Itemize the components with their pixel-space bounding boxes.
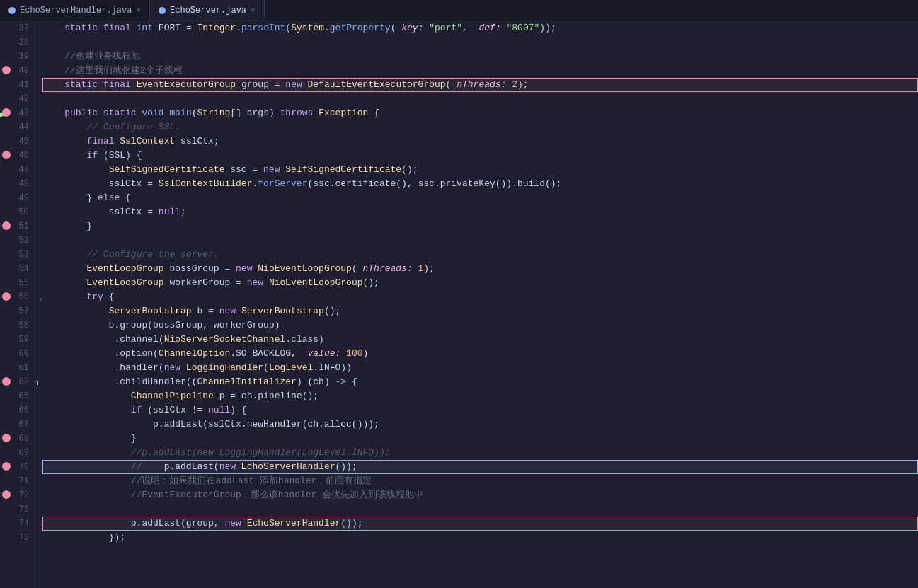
- line-num-74: 74: [12, 517, 29, 531]
- editor-area: 37383940414243▶4445464748495051525354555…: [0, 21, 918, 588]
- code-line-48: sslCtx = SslContextBuilder.forServer(ssc…: [42, 177, 918, 191]
- line-num-38: 38: [12, 35, 29, 50]
- code-line-39: //创建业务线程池: [42, 50, 918, 64]
- code-line-47: SelfSignedCertificate ssc = new SelfSign…: [42, 163, 918, 177]
- code-line-44: // Configure SSL.: [42, 120, 918, 134]
- line-num-61: 61: [12, 361, 29, 375]
- breakpoint-icon[interactable]: [2, 221, 11, 230]
- line-num-41: 41: [12, 78, 29, 92]
- line-num-49: 49: [12, 191, 29, 205]
- code-line-59: .channel(NioServerSocketChannel.class): [42, 333, 918, 347]
- line-num-66: 66: [12, 403, 29, 417]
- line-num-50: 50: [12, 205, 29, 219]
- line-num-51: 51: [12, 219, 29, 234]
- code-line-38: [42, 35, 918, 50]
- line-numbers: 37383940414243▶4445464748495051525354555…: [0, 21, 35, 588]
- code-line-61: .handler(new LoggingHandler(LogLevel.INF…: [42, 361, 918, 375]
- code-line-66: if (sslCtx != null) {: [42, 403, 918, 417]
- code-line-49: } else {: [42, 191, 918, 205]
- breakpoint-icon[interactable]: [2, 434, 11, 442]
- tab-handler-label: EchoServerHandler.java: [20, 6, 132, 16]
- breakpoint-icon[interactable]: [2, 292, 11, 301]
- java-file-icon-2: [159, 7, 166, 14]
- breakpoint-icon[interactable]: [2, 462, 11, 471]
- code-line-53: // Configure the server.: [42, 248, 918, 262]
- code-line-57: ServerBootstrap b = new ServerBootstrap(…: [42, 304, 918, 318]
- line-num-73: 73: [12, 502, 29, 517]
- code-line-74: p.addLast(group, new EchoServerHandler()…: [42, 517, 918, 531]
- code-line-42: [42, 92, 918, 106]
- code-line-37: static final int PORT = Integer.parseInt…: [42, 21, 918, 35]
- code-line-45: final SslContext sslCtx;: [42, 134, 918, 149]
- code-line-55: EventLoopGroup workerGroup = new NioEven…: [42, 276, 918, 290]
- line-num-53: 53: [12, 248, 29, 262]
- line-num-54: 54: [12, 262, 29, 276]
- line-num-59: 59: [12, 333, 29, 347]
- line-num-75: 75: [12, 531, 29, 545]
- code-line-54: EventLoopGroup bossGroup = new NioEventL…: [42, 262, 918, 276]
- java-file-icon: [8, 7, 16, 14]
- line-num-58: 58: [12, 318, 29, 333]
- line-num-47: 47: [12, 163, 29, 177]
- line-num-55: 55: [12, 276, 29, 290]
- line-num-42: 42: [12, 92, 29, 106]
- code-line-51: }: [42, 219, 918, 234]
- line-num-39: 39: [12, 50, 29, 64]
- code-line-70: // p.addLast(new EchoServerHandler());: [42, 460, 918, 474]
- breakpoint-icon[interactable]: [2, 377, 11, 386]
- code-line-50: sslCtx = null;: [42, 205, 918, 219]
- code-line-40: //这里我们就创建2个子线程: [42, 64, 918, 78]
- line-num-62: 62: [12, 375, 29, 389]
- code-content[interactable]: static final int PORT = Integer.parseInt…: [35, 21, 918, 588]
- tab-server-close[interactable]: ×: [251, 6, 256, 15]
- code-line-69: //p.addLast(new LoggingHandler(LogLevel.…: [42, 446, 918, 460]
- line-num-40: 40: [12, 64, 29, 78]
- code-line-75: });: [42, 531, 918, 545]
- line-num-52: 52: [12, 234, 29, 248]
- tab-handler[interactable]: EchoServerHandler.java ×: [0, 0, 150, 21]
- line-num-65: 65: [12, 389, 29, 403]
- code-line-60: .option(ChannelOption.SO_BACKLOG, value:…: [42, 347, 918, 361]
- line-num-45: 45: [12, 134, 29, 149]
- line-num-44: 44: [12, 120, 29, 134]
- code-line-56: try {: [42, 290, 918, 304]
- breakpoint-icon[interactable]: [2, 66, 11, 74]
- tab-server[interactable]: EchoServer.java ×: [150, 0, 265, 21]
- line-num-43: 43▶: [12, 106, 29, 120]
- code-line-65: ChannelPipeline p = ch.pipeline();: [42, 389, 918, 403]
- breakpoint-icon[interactable]: [2, 151, 11, 159]
- code-line-62: .childHandler((ChannelInitializer) (ch) …: [42, 375, 918, 389]
- line-num-56: 56▾: [12, 290, 29, 304]
- tab-server-label: EchoServer.java: [170, 6, 246, 16]
- line-num-70: 70: [12, 460, 29, 474]
- tab-handler-close[interactable]: ×: [136, 6, 141, 15]
- code-line-68: }: [42, 432, 918, 446]
- code-line-72: //EventExecutorGroup，那么该handler 会优先加入到该线…: [42, 488, 918, 502]
- code-line-52: [42, 234, 918, 248]
- code-line-46: if (SSL) {: [42, 149, 918, 163]
- line-num-46: 46: [12, 149, 29, 163]
- line-num-57: 57: [12, 304, 29, 318]
- code-line-71: //说明：如果我们在addLast 添加handler，前面有指定: [42, 474, 918, 488]
- code-line-58: b.group(bossGroup, workerGroup): [42, 318, 918, 333]
- exec-arrow-icon: ▶: [0, 108, 5, 122]
- line-num-69: 69: [12, 446, 29, 460]
- code-line-43: public static void main(String[] args) t…: [42, 106, 918, 120]
- breakpoint-icon[interactable]: [2, 490, 11, 499]
- tabs-bar: EchoServerHandler.java × EchoServer.java…: [0, 0, 918, 21]
- line-num-67: 67: [12, 417, 29, 432]
- line-num-48: 48: [12, 177, 29, 191]
- line-num-72: 72: [12, 488, 29, 502]
- line-num-68: 68: [12, 432, 29, 446]
- code-line-73: [42, 502, 918, 517]
- line-num-60: 60: [12, 347, 29, 361]
- code-line-67: p.addLast(sslCtx.newHandler(ch.alloc()))…: [42, 417, 918, 432]
- code-line-41: static final EventExecutorGroup group = …: [42, 78, 918, 92]
- line-num-71: 71: [12, 474, 29, 488]
- line-num-37: 37: [12, 21, 29, 35]
